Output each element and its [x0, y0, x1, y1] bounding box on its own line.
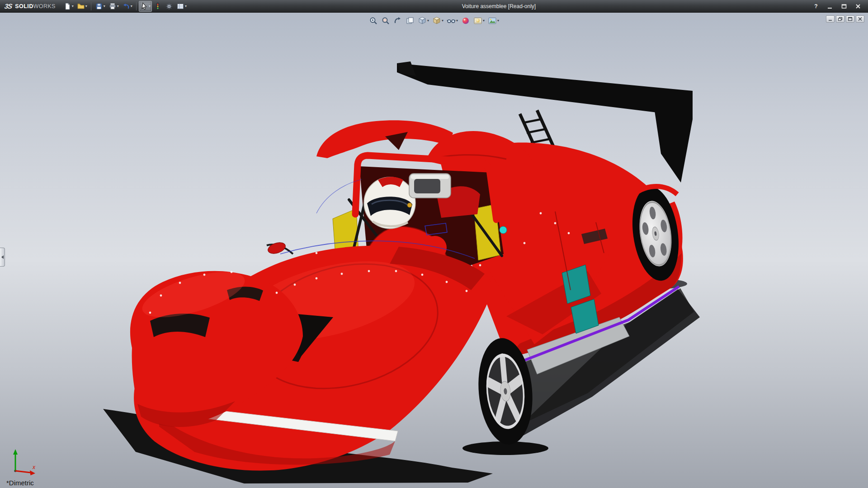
apply-scene-icon: [473, 16, 482, 25]
driver-helmet[interactable]: [364, 177, 415, 229]
windscreen-box: [409, 174, 451, 198]
appearance-ball-icon: [461, 16, 470, 25]
hide-show-items-button[interactable]: ▾: [446, 15, 459, 26]
solidworks-logo: 3S SOLIDWORKS: [4, 2, 60, 10]
triad-x-axis: [30, 470, 35, 475]
graphics-viewport[interactable]: ▾ ▾ ▾ ▾ ▾: [0, 13, 868, 488]
doc-maximize-icon: [848, 17, 853, 21]
doc-restore-button[interactable]: [836, 15, 844, 23]
window-title: Voiture assemblee [Read-only]: [190, 3, 808, 9]
previous-view-icon: [393, 16, 402, 25]
open-folder-icon: [77, 2, 85, 10]
model-canvas[interactable]: [0, 13, 868, 488]
print-dropdown-caret[interactable]: ▾: [117, 5, 119, 8]
maximize-icon: [840, 3, 848, 9]
doc-minimize-button[interactable]: [826, 15, 835, 23]
main-toolbar: ▾ ▾ ▾ ▾ ▾ ▾ ▾: [62, 1, 188, 12]
apply-scene-button[interactable]: ▾: [472, 15, 486, 26]
open-button[interactable]: ▾: [75, 1, 89, 12]
dassault-logo-mark: 3S: [4, 2, 13, 10]
document-window-controls: [826, 15, 864, 23]
save-icon: [95, 2, 103, 10]
apply-scene-caret[interactable]: ▾: [483, 19, 485, 23]
triad-y-axis: [13, 449, 18, 455]
display-style-cube-icon: [432, 16, 441, 25]
view-orientation-cube-icon: [418, 16, 427, 25]
doc-close-button[interactable]: [856, 15, 864, 23]
undo-button[interactable]: ▾: [121, 1, 134, 12]
doc-close-icon: [858, 17, 863, 21]
new-document-icon: [63, 2, 71, 10]
previous-view-button[interactable]: [392, 15, 403, 26]
doc-restore-icon: [838, 17, 843, 21]
new-document-button[interactable]: ▾: [62, 1, 75, 12]
open-dropdown-caret[interactable]: ▾: [85, 5, 87, 8]
view-orientation-caret[interactable]: ▾: [427, 19, 429, 23]
edit-appearance-button[interactable]: [460, 15, 471, 26]
window-controls: ?: [810, 2, 864, 10]
minimize-icon: [826, 3, 834, 9]
section-view-button[interactable]: [405, 15, 415, 26]
hide-show-caret[interactable]: ▾: [456, 19, 458, 23]
display-style-caret[interactable]: ▾: [442, 19, 443, 23]
select-button[interactable]: ▾: [139, 1, 152, 12]
doc-minimize-icon: [828, 17, 833, 21]
rebuild-button[interactable]: [152, 1, 163, 12]
view-settings-caret[interactable]: ▾: [497, 19, 499, 23]
section-view-icon: [406, 16, 415, 25]
zoom-to-area-button[interactable]: [380, 15, 391, 26]
zoom-to-fit-button[interactable]: [368, 15, 379, 26]
select-cursor-icon: [140, 2, 148, 10]
sheet-dropdown-caret[interactable]: ▾: [185, 5, 187, 8]
title-bar: 3S SOLIDWORKS ▾ ▾ ▾ ▾ ▾ ▾: [0, 0, 868, 13]
featuremanager-flyout-tab[interactable]: [0, 248, 5, 267]
maximize-button[interactable]: [838, 2, 850, 10]
new-dropdown-caret[interactable]: ▾: [72, 5, 74, 8]
view-settings-button[interactable]: ▾: [487, 15, 500, 26]
view-settings-icon: [488, 16, 497, 25]
toolbar-separator: [91, 2, 91, 10]
undo-icon: [122, 2, 130, 10]
print-button[interactable]: ▾: [107, 1, 120, 12]
display-style-button[interactable]: ▾: [431, 15, 444, 26]
triad-x-label: x: [32, 464, 36, 470]
save-button[interactable]: ▾: [94, 1, 107, 12]
view-orientation-label: *Dimetric: [6, 479, 34, 487]
sheet-grid-icon: [176, 2, 184, 10]
select-dropdown-caret[interactable]: ▾: [149, 5, 151, 8]
zoom-to-area-icon: [381, 16, 390, 25]
options-gear-icon: [165, 2, 173, 10]
cyan-knob: [500, 226, 507, 234]
hide-show-glasses-icon: [447, 16, 456, 25]
options-button[interactable]: [164, 1, 175, 12]
zoom-to-fit-icon: [369, 16, 378, 25]
undo-dropdown-caret[interactable]: ▾: [131, 5, 132, 8]
view-orientation-button[interactable]: ▾: [417, 15, 430, 26]
help-icon: ?: [814, 3, 817, 9]
sheet-properties-button[interactable]: ▾: [175, 1, 188, 12]
close-icon: [854, 3, 862, 9]
minimize-button[interactable]: [824, 2, 836, 10]
toolbar-separator: [136, 2, 137, 10]
solidworks-wordmark: SOLIDWORKS: [15, 3, 55, 9]
rebuild-stoplight-icon: [154, 2, 162, 10]
wordmark-light: WORKS: [33, 3, 56, 9]
close-button[interactable]: [852, 2, 864, 10]
print-icon: [108, 2, 117, 10]
flyout-arrow-icon: [1, 255, 4, 259]
heads-up-view-toolbar: ▾ ▾ ▾ ▾ ▾: [368, 15, 500, 26]
reference-triad: x: [7, 446, 41, 477]
help-button[interactable]: ?: [810, 2, 822, 10]
wordmark-bold: SOLID: [15, 3, 33, 9]
save-dropdown-caret[interactable]: ▾: [104, 5, 105, 8]
doc-maximize-button[interactable]: [846, 15, 854, 23]
